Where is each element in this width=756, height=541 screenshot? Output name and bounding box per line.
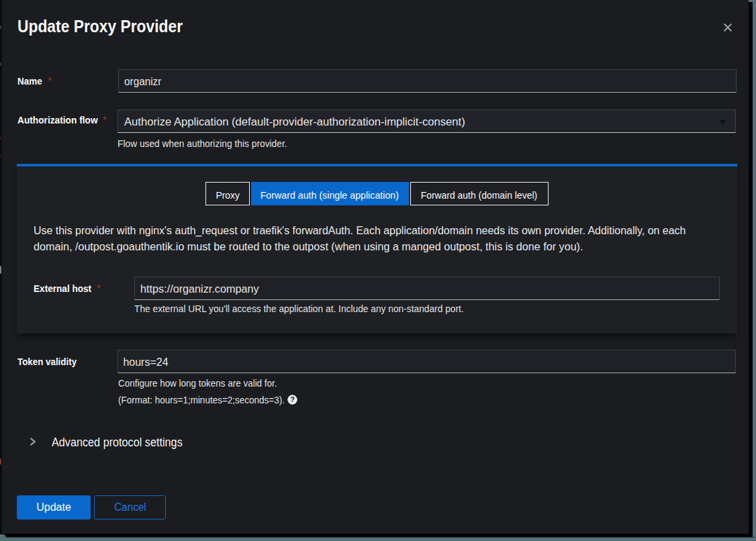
svg-text:?: ? xyxy=(290,395,295,403)
